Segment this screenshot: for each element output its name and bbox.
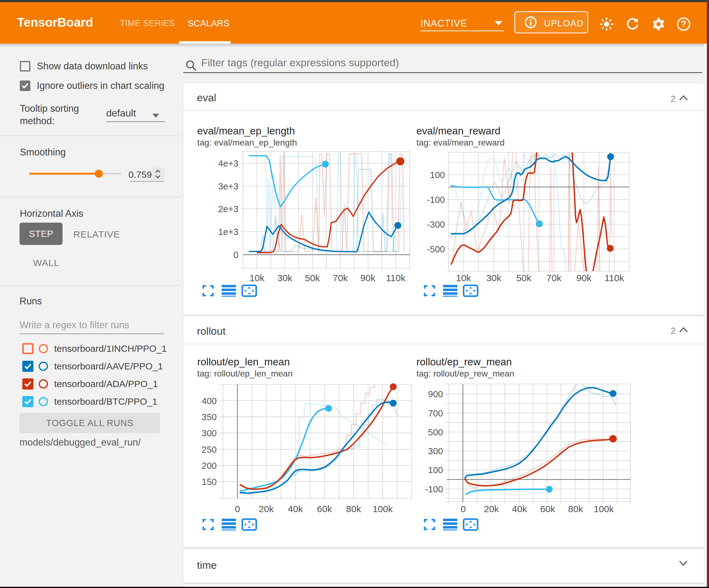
svg-text:2e+3: 2e+3 (218, 204, 238, 214)
svg-text:-100: -100 (425, 484, 443, 494)
svg-text:250: 250 (202, 445, 217, 455)
svg-text:700: 700 (428, 408, 443, 418)
svg-text:100k: 100k (372, 504, 393, 514)
svg-text:150: 150 (202, 477, 217, 487)
svg-text:-100: -100 (427, 195, 445, 205)
svg-text:70k: 70k (333, 273, 348, 283)
svg-text:0: 0 (235, 504, 240, 514)
svg-text:10k: 10k (250, 273, 265, 283)
svg-text:0: 0 (233, 250, 238, 260)
svg-text:-300: -300 (427, 220, 445, 229)
svg-text:30k: 30k (487, 273, 502, 283)
svg-text:4e+3: 4e+3 (218, 158, 238, 169)
svg-text:100k: 100k (594, 504, 614, 514)
svg-text:100: 100 (430, 170, 445, 180)
svg-text:200: 200 (202, 461, 217, 471)
svg-text:50k: 50k (305, 273, 320, 283)
svg-text:90k: 90k (360, 273, 375, 283)
svg-text:80k: 80k (346, 504, 361, 514)
svg-text:20k: 20k (484, 504, 499, 514)
svg-text:110k: 110k (605, 273, 625, 283)
svg-text:400: 400 (202, 396, 217, 406)
svg-text:10k: 10k (456, 273, 471, 283)
svg-text:-500: -500 (427, 244, 445, 254)
svg-text:40k: 40k (512, 504, 527, 514)
svg-text:500: 500 (428, 427, 443, 437)
svg-text:20k: 20k (259, 504, 274, 514)
svg-text:40k: 40k (288, 504, 303, 514)
svg-text:50k: 50k (517, 273, 532, 283)
svg-text:?: ? (681, 19, 686, 29)
svg-text:3e+3: 3e+3 (218, 181, 238, 191)
svg-text:300: 300 (428, 446, 443, 456)
svg-text:1e+3: 1e+3 (218, 227, 238, 237)
svg-text:80k: 80k (568, 504, 583, 514)
svg-text:70k: 70k (547, 273, 561, 283)
svg-text:60k: 60k (540, 504, 555, 514)
svg-text:300: 300 (202, 428, 217, 438)
svg-text:60k: 60k (317, 504, 332, 514)
svg-text:90k: 90k (577, 273, 592, 283)
svg-text:100: 100 (428, 465, 443, 475)
svg-text:350: 350 (202, 412, 217, 422)
svg-text:0: 0 (461, 504, 466, 514)
svg-text:900: 900 (428, 389, 443, 399)
svg-text:30k: 30k (278, 273, 293, 283)
svg-text:110k: 110k (386, 273, 406, 283)
